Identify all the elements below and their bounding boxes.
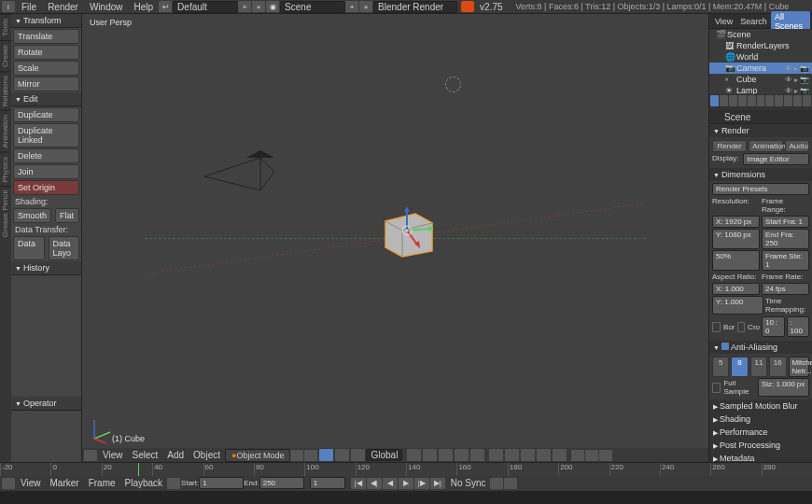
snap-type-icon[interactable] (585, 450, 598, 461)
remap-new-field[interactable]: : 100 (787, 316, 810, 337)
scene-selector[interactable]: Scene (280, 1, 345, 13)
render-panel-header[interactable]: Render (709, 124, 812, 137)
frame-menu[interactable]: Frame (84, 477, 120, 489)
del-scene-icon[interactable]: × (359, 1, 372, 12)
data-button[interactable]: Data (13, 236, 45, 260)
outliner-item-renderlayers[interactable]: 🖼RenderLayers (709, 40, 812, 51)
add-menu[interactable]: Add (162, 449, 189, 461)
object-menu[interactable]: Object (189, 449, 225, 461)
scale-button[interactable]: Scale (13, 61, 79, 76)
operator-panel-header[interactable]: Operator (11, 397, 81, 411)
shading-icon[interactable] (290, 450, 303, 461)
audio-button[interactable]: Audio (785, 140, 809, 152)
outliner[interactable]: 🎬Scene🖼RenderLayers🌐World📷Camera👁▸📷▫Cube… (709, 29, 812, 94)
prev-keyframe-button[interactable]: ◀| (367, 478, 382, 489)
cube-object[interactable] (376, 203, 437, 259)
menu-help[interactable]: Help (129, 1, 160, 13)
marker-menu[interactable]: Marker (46, 477, 84, 489)
aa-16-button[interactable]: 16 (769, 357, 786, 377)
add-scene-icon[interactable]: + (345, 1, 358, 12)
aa-5-button[interactable]: 5 (712, 357, 729, 377)
del-layout-icon[interactable]: × (252, 1, 265, 12)
layer-button[interactable] (455, 449, 469, 461)
layout-selector[interactable]: Default (173, 1, 238, 13)
pivot-icon[interactable] (304, 450, 317, 461)
outliner-item-cube[interactable]: ▫Cube👁▸📷 (709, 74, 812, 85)
duplicate-linked-button[interactable]: Duplicate Linked (13, 123, 79, 147)
jump-start-button[interactable]: |◀ (351, 478, 366, 489)
tool-tab-physics[interactable]: Physics (0, 152, 11, 187)
res-y-field[interactable]: Y: 1080 px (712, 229, 760, 249)
dimensions-panel-header[interactable]: Dimensions (709, 168, 812, 181)
3d-viewport[interactable]: User Persp (1) Cube View Select Add Obje… (82, 14, 708, 462)
editor-type-icon[interactable]: i (2, 1, 15, 12)
current-frame-field[interactable]: 1 (310, 477, 345, 489)
flat-button[interactable]: Flat (55, 208, 79, 223)
snap-icon[interactable] (571, 450, 584, 461)
view-menu[interactable]: View (16, 477, 46, 489)
layer-button[interactable] (553, 449, 567, 461)
editor-type-icon[interactable] (2, 478, 15, 489)
layer-button[interactable] (489, 449, 503, 461)
layer-button[interactable] (521, 449, 535, 461)
layer-button[interactable] (423, 449, 437, 461)
transform-panel-header[interactable]: Transform (11, 14, 81, 28)
aa-8-button[interactable]: 8 (731, 357, 748, 377)
mirror-button[interactable]: Mirror (13, 77, 79, 91)
layers-tab-icon[interactable] (720, 95, 728, 106)
scene-tab-icon[interactable] (729, 95, 737, 106)
texture-tab-icon[interactable] (793, 95, 802, 106)
rotate-button[interactable]: Rotate (13, 45, 79, 60)
view-menu[interactable]: View (711, 17, 736, 26)
render-presets-selector[interactable]: Render Presets (712, 183, 809, 195)
jump-end-button[interactable]: ▶| (430, 478, 445, 489)
shading-panel-header[interactable]: Shading (709, 413, 812, 426)
res-x-field[interactable]: X: 1920 px (712, 216, 760, 228)
editor-type-icon[interactable] (84, 450, 97, 461)
rotate-manip-button[interactable] (335, 449, 349, 461)
autokey-icon[interactable] (490, 478, 503, 489)
material-tab-icon[interactable] (784, 95, 792, 106)
aa-11-button[interactable]: 11 (750, 357, 767, 377)
tool-tab-create[interactable]: Create (0, 40, 11, 71)
world-tab-icon[interactable] (738, 95, 747, 106)
end-frame-field[interactable]: End Fra: 250 (762, 229, 809, 249)
add-layout-icon[interactable]: + (238, 1, 251, 12)
play-rev-button[interactable]: ◀ (383, 478, 398, 489)
aa-filter-selector[interactable]: Mitchell-Netr... (789, 357, 810, 377)
smooth-button[interactable]: Smooth (13, 208, 51, 223)
remap-old-field[interactable]: 10 : 0 (762, 316, 785, 337)
history-panel-header[interactable]: History (11, 261, 81, 275)
border-checkbox[interactable] (712, 322, 721, 332)
timeline-ruler[interactable]: -200204060801001201401601802002202402602… (0, 463, 812, 476)
render-preview-icon[interactable] (599, 450, 612, 461)
duplicate-button[interactable]: Duplicate (13, 107, 79, 122)
modifier-tab-icon[interactable] (765, 95, 774, 106)
tool-tab-tools[interactable]: Tools (0, 14, 11, 40)
layer-button[interactable] (439, 449, 453, 461)
layer-button[interactable] (537, 449, 551, 461)
display-selector[interactable]: Image Editor (743, 153, 809, 165)
animation-button[interactable]: Animation (749, 140, 783, 152)
crop-checkbox[interactable] (737, 322, 746, 332)
start-frame-field[interactable]: 1 (199, 477, 244, 489)
menu-file[interactable]: File (16, 1, 42, 13)
delete-button[interactable]: Delete (13, 148, 79, 163)
sync-selector[interactable]: No Sync (451, 478, 486, 488)
next-keyframe-button[interactable]: |▶ (414, 478, 429, 489)
mode-selector[interactable]: Object Mode (225, 449, 290, 462)
search-menu[interactable]: Search (736, 17, 771, 26)
lamp-object[interactable] (445, 77, 461, 92)
range-icon[interactable] (167, 478, 180, 489)
scene-breadcrumb[interactable]: Scene (711, 112, 750, 122)
smb-panel-header[interactable]: Sampled Motion Blur (709, 399, 812, 413)
end-frame-field[interactable]: 250 (259, 477, 304, 489)
data-layout-button[interactable]: Data Layo (49, 236, 80, 260)
tool-tab-grease pencil[interactable]: Grease Pencil (0, 186, 11, 241)
menu-render[interactable]: Render (42, 1, 84, 13)
data-tab-icon[interactable] (775, 95, 783, 106)
engine-selector[interactable]: Blender Render (373, 1, 457, 13)
camera-object[interactable] (195, 148, 279, 204)
aspect-x-field[interactable]: X: 1.000 (712, 283, 760, 295)
layer-button[interactable] (407, 449, 421, 461)
